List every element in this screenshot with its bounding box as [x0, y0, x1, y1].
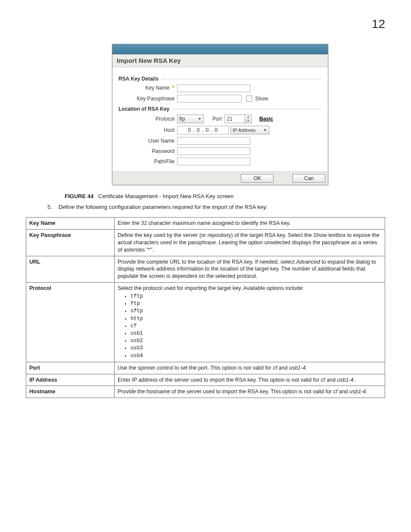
host-type-value: IP Address [233, 128, 255, 133]
dialog-title: Import New RSA Key [112, 54, 328, 67]
show-checkbox[interactable] [246, 96, 252, 102]
cancel-button[interactable]: Can [293, 174, 325, 183]
basic-link[interactable]: Basic [259, 116, 273, 122]
table-row: PortUse the spinner control to set the p… [26, 362, 385, 374]
required-star-icon: * [172, 84, 174, 92]
key-name-label-text: Key Name [145, 85, 169, 91]
section1-title-text: RSA Key Details [118, 76, 159, 82]
section2-title-text: Location of RSA Key [118, 106, 169, 112]
param-name-cell: Key Passphrase [26, 229, 115, 256]
param-name-cell: URL [26, 256, 115, 283]
password-input[interactable] [177, 147, 250, 155]
list-item: usb2 [131, 337, 382, 344]
param-desc-cell: Provide the hostname of the server used … [115, 386, 385, 398]
host-label: Host [118, 127, 177, 133]
port-value[interactable]: 21 [225, 115, 245, 123]
list-item: usb1 [131, 330, 382, 337]
dialog-footer: OK Can [112, 171, 328, 185]
key-passphrase-input[interactable] [177, 95, 242, 103]
dialog-body: RSA Key Details Key Name * Key Passphras… [112, 67, 328, 171]
step-number: 5. [47, 204, 57, 210]
chevron-down-icon: ▼ [263, 128, 267, 132]
page-number: 12 [26, 17, 385, 31]
table-row: IP AddressEnter IP address of the server… [26, 374, 385, 386]
list-item: http [131, 315, 382, 322]
list-item: sftp [131, 308, 382, 314]
param-name-cell: Protocol [26, 283, 115, 362]
figure-caption: FIGURE 44 Certificate Management - Impor… [65, 193, 385, 199]
param-desc-cell: Use the spinner control to set the port.… [115, 362, 385, 374]
pathfile-label: Path/File [118, 159, 177, 165]
username-label: User Name [118, 138, 177, 144]
password-label: Password [118, 148, 177, 154]
parameter-table: Key NameEnter the 32 character maximum n… [26, 217, 385, 398]
port-label: Port [212, 116, 222, 122]
key-passphrase-label: Key Passphrase [118, 96, 177, 102]
table-row: ProtocolSelect the protocol used for imp… [26, 283, 385, 362]
protocol-options-list: tftpftpsftphttpcfusb1usb2usb3usb4 [118, 293, 382, 359]
key-name-input[interactable] [177, 84, 250, 92]
param-name-cell: Key Name [26, 218, 115, 230]
import-rsa-dialog: Import New RSA Key RSA Key Details Key N… [112, 44, 328, 185]
list-item: tftp [131, 293, 382, 300]
port-spinner[interactable]: 21 ▲ ▼ [224, 115, 252, 123]
show-checkbox-wrap[interactable]: Show [246, 96, 268, 102]
spinner-up-icon[interactable]: ▲ [245, 115, 251, 119]
figure-title: Certificate Management - Import New RSA … [98, 193, 234, 199]
section-rsa-key-details: RSA Key Details [118, 76, 322, 82]
protocol-label: Protocol [118, 116, 177, 122]
param-name-cell: Hostname [26, 386, 115, 398]
step-5: 5. Define the following configuration pa… [47, 204, 385, 210]
username-input[interactable] [177, 137, 250, 145]
show-label: Show [255, 96, 268, 102]
param-desc-cell: Select the protocol used for importing t… [115, 283, 385, 362]
dialog-titlebar [112, 44, 328, 54]
param-desc-cell: Enter the 32 character maximum name assi… [115, 218, 385, 230]
table-row: HostnameProvide the hostname of the serv… [26, 386, 385, 398]
param-name-cell: Port [26, 362, 115, 374]
host-ip-input[interactable]: 0 . 0 . 0 . 0 [177, 126, 229, 134]
list-item: usb3 [131, 345, 382, 352]
table-row: Key NameEnter the 32 character maximum n… [26, 218, 385, 230]
spinner-down-icon[interactable]: ▼ [245, 119, 251, 123]
protocol-value: ftp [179, 116, 185, 122]
table-row: URLProvide the complete URL to the locat… [26, 256, 385, 283]
param-desc-cell: Enter IP address of the server used to i… [115, 374, 385, 386]
param-name-cell: IP Address [26, 374, 115, 386]
step-text: Define the following configuration param… [59, 204, 268, 210]
host-type-select[interactable]: IP Address ▼ [230, 126, 269, 134]
table-row: Key PassphraseDefine the key used by the… [26, 229, 385, 256]
key-name-label: Key Name * [118, 84, 177, 92]
section-location-rsa-key: Location of RSA Key [118, 106, 322, 112]
protocol-select[interactable]: ftp ▼ [177, 115, 204, 123]
list-item: ftp [131, 300, 382, 307]
chevron-down-icon: ▼ [198, 117, 202, 121]
ok-button[interactable]: OK [241, 174, 274, 183]
param-desc-cell: Define the key used by the server (or re… [115, 229, 385, 256]
pathfile-input[interactable] [177, 158, 250, 165]
list-item: cf [131, 323, 382, 330]
list-item: usb4 [131, 352, 382, 359]
figure-label: FIGURE 44 [65, 193, 93, 199]
param-desc-cell: Provide the complete URL to the location… [115, 256, 385, 283]
